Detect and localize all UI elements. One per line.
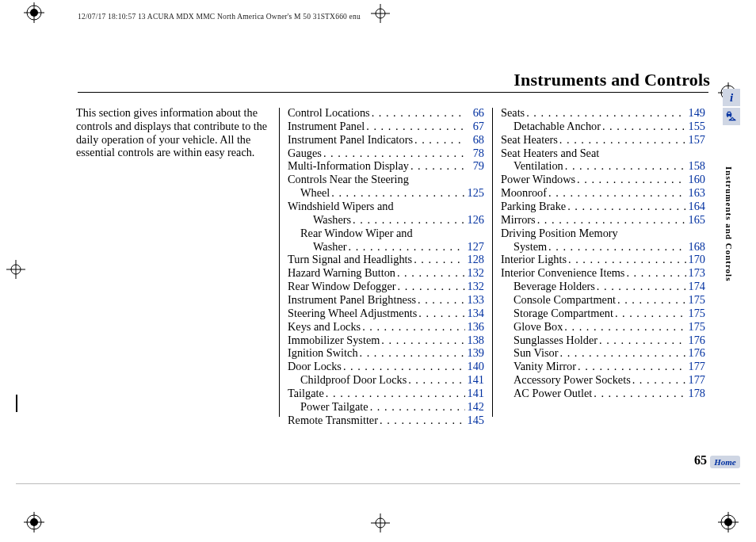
toc-entry[interactable]: Instrument Panel Indicators . . . . . . … xyxy=(288,133,484,147)
toc-page: 67 xyxy=(465,120,484,133)
toc-leader: . . . . . . . . . . . . . . . . . . . . … xyxy=(547,240,686,254)
toc-page: 126 xyxy=(465,213,484,227)
side-section-label: Instruments and Controls xyxy=(724,166,734,281)
home-tab[interactable]: Home xyxy=(710,456,740,468)
toc-page: 174 xyxy=(686,280,705,293)
toc-leader: . . . . . . . . . . . . . . . . . . . . … xyxy=(409,159,465,173)
toc-label: Interior Lights xyxy=(501,253,567,266)
toc-leader: . . . . . . . . . . . . . . . . . . . . … xyxy=(598,334,686,347)
toc-entry[interactable]: Beverage Holders . . . . . . . . . . . .… xyxy=(501,280,705,293)
toc-label: System xyxy=(514,240,547,254)
toc-entry[interactable]: Vanity Mirror . . . . . . . . . . . . . … xyxy=(501,360,705,373)
toc-entry[interactable]: Childproof Door Locks . . . . . . . . . … xyxy=(288,373,484,387)
toc-label: Driving Position Memory xyxy=(501,227,618,240)
toc-page: 138 xyxy=(465,334,484,347)
info-tab[interactable]: i xyxy=(723,89,740,106)
intro-paragraph: This section gives information about the… xyxy=(76,106,271,159)
toc-leader: . . . . . . . . . . . . . . . . . . . . … xyxy=(575,173,686,186)
toc-page: 132 xyxy=(465,280,484,293)
toc-entry[interactable]: Wheel . . . . . . . . . . . . . . . . . … xyxy=(288,186,484,200)
toc-entry: Seat Heaters and Seat xyxy=(501,147,705,160)
toc-entry[interactable]: Washer . . . . . . . . . . . . . . . . .… xyxy=(288,240,484,254)
toc-entry[interactable]: Ventilation . . . . . . . . . . . . . . … xyxy=(501,159,705,173)
toc-entry[interactable]: Steering Wheel Adjustments . . . . . . .… xyxy=(288,307,484,320)
toc-leader: . . . . . . . . . . . . . . . . . . . . … xyxy=(342,360,465,373)
toc-page: 132 xyxy=(465,266,484,280)
toc-entry: Controls Near the Steering xyxy=(288,173,484,186)
toc-entry[interactable]: Interior Convenience Items . . . . . . .… xyxy=(501,266,705,280)
toc-entry[interactable]: Keys and Locks . . . . . . . . . . . . .… xyxy=(288,320,484,334)
toc-label: Sun Visor xyxy=(514,346,558,360)
toc-leader: . . . . . . . . . . . . . . . . . . . . … xyxy=(558,133,686,147)
toc-entry[interactable]: Door Locks . . . . . . . . . . . . . . .… xyxy=(288,360,484,373)
toc-entry[interactable]: Remote Transmitter . . . . . . . . . . .… xyxy=(288,414,484,427)
toc-entry[interactable]: Storage Compartment . . . . . . . . . . … xyxy=(501,307,705,320)
toc-entry[interactable]: Washers . . . . . . . . . . . . . . . . … xyxy=(288,213,484,227)
toc-entry[interactable]: Seat Heaters . . . . . . . . . . . . . .… xyxy=(501,133,705,147)
toc-page: 177 xyxy=(686,373,705,387)
toc-label: Power Tailgate xyxy=(300,400,368,414)
toc-entry[interactable]: System . . . . . . . . . . . . . . . . .… xyxy=(501,240,705,254)
toc-label: Remote Transmitter xyxy=(288,414,378,427)
toc-entry[interactable]: Glove Box . . . . . . . . . . . . . . . … xyxy=(501,320,705,334)
toc-page: 163 xyxy=(686,186,705,200)
toc-leader: . . . . . . . . . . . . . . . . . . . . … xyxy=(563,159,686,173)
toc-entry[interactable]: Interior Lights . . . . . . . . . . . . … xyxy=(501,253,705,266)
toc-entry[interactable]: Turn Signal and Headlights . . . . . . .… xyxy=(288,253,484,266)
toc-label: Steering Wheel Adjustments xyxy=(288,307,417,320)
toc-page: 127 xyxy=(465,240,484,254)
toc-label: Detachable Anchor xyxy=(514,120,601,133)
toc-entry[interactable]: Instrument Panel . . . . . . . . . . . .… xyxy=(288,120,484,133)
toc-page: 136 xyxy=(465,320,484,334)
toc-leader: . . . . . . . . . . . . . . . . . . . . … xyxy=(396,280,465,293)
toc-leader: . . . . . . . . . . . . . . . . . . . . … xyxy=(347,240,465,254)
toc-entry[interactable]: Sun Visor . . . . . . . . . . . . . . . … xyxy=(501,346,705,360)
page: { "header": "12/07/17 18:10:57 13 ACURA … xyxy=(0,0,756,542)
toc-label: Controls Near the Steering xyxy=(288,173,409,186)
toc-entry[interactable]: Power Windows . . . . . . . . . . . . . … xyxy=(501,173,705,186)
edge-mark-icon xyxy=(16,395,17,412)
toc-entry[interactable]: Hazard Warning Button . . . . . . . . . … xyxy=(288,266,484,280)
toc-entry[interactable]: Detachable Anchor . . . . . . . . . . . … xyxy=(501,120,705,133)
toc-entry[interactable]: Accessory Power Sockets . . . . . . . . … xyxy=(501,373,705,387)
toc-label: Seat Heaters and Seat xyxy=(501,147,599,160)
toc-label: Vanity Mirror xyxy=(514,360,576,373)
toc-entry[interactable]: Tailgate . . . . . . . . . . . . . . . .… xyxy=(288,387,484,400)
toc-label: Seats xyxy=(501,106,525,120)
toc-label: Keys and Locks xyxy=(288,320,361,334)
toc-label: Interior Convenience Items xyxy=(501,266,624,280)
toc-entry: Driving Position Memory xyxy=(501,227,705,240)
toc-page: 178 xyxy=(686,387,705,400)
toc-entry[interactable]: Immobilizer System . . . . . . . . . . .… xyxy=(288,334,484,347)
toc-entry[interactable]: Instrument Panel Brightness . . . . . . … xyxy=(288,293,484,307)
section-tab[interactable]: ⛍ xyxy=(723,108,740,125)
toc-entry[interactable]: Moonroof . . . . . . . . . . . . . . . .… xyxy=(501,186,705,200)
toc-page: 66 xyxy=(465,106,484,120)
toc-label: Hazard Warning Button xyxy=(288,266,395,280)
toc-label: Instrument Panel Indicators xyxy=(288,133,413,147)
toc-entry[interactable]: Seats . . . . . . . . . . . . . . . . . … xyxy=(501,106,705,120)
side-tabs: i ⛍ xyxy=(723,89,740,127)
toc-label: Storage Compartment xyxy=(514,307,613,320)
toc-label: Power Windows xyxy=(501,173,575,186)
toc-entry[interactable]: Console Compartment . . . . . . . . . . … xyxy=(501,293,705,307)
toc-page: 175 xyxy=(686,320,705,334)
toc-entry[interactable]: Parking Brake . . . . . . . . . . . . . … xyxy=(501,200,705,213)
toc-label: Door Locks xyxy=(288,360,342,373)
toc-entry[interactable]: Multi-Information Display . . . . . . . … xyxy=(288,159,484,173)
toc-entry[interactable]: Control Locations . . . . . . . . . . . … xyxy=(288,106,484,120)
toc-label: Ventilation xyxy=(514,159,563,173)
toc-entry[interactable]: Gauges . . . . . . . . . . . . . . . . .… xyxy=(288,147,484,160)
toc-page: 177 xyxy=(686,360,705,373)
toc-entry[interactable]: Ignition Switch . . . . . . . . . . . . … xyxy=(288,346,484,360)
toc-entry[interactable]: Mirrors . . . . . . . . . . . . . . . . … xyxy=(501,213,705,227)
toc-label: Tailgate xyxy=(288,387,324,400)
toc-entry[interactable]: Sunglasses Holder . . . . . . . . . . . … xyxy=(501,334,705,347)
toc-leader: . . . . . . . . . . . . . . . . . . . . … xyxy=(395,266,465,280)
toc-entry[interactable]: Power Tailgate . . . . . . . . . . . . .… xyxy=(288,400,484,414)
toc-entry[interactable]: Rear Window Defogger . . . . . . . . . .… xyxy=(288,280,484,293)
toc-page: 158 xyxy=(686,159,705,173)
toc-entry[interactable]: AC Power Outlet . . . . . . . . . . . . … xyxy=(501,387,705,400)
cross-mark-icon xyxy=(6,260,25,279)
toc-label: Wheel xyxy=(300,186,330,200)
